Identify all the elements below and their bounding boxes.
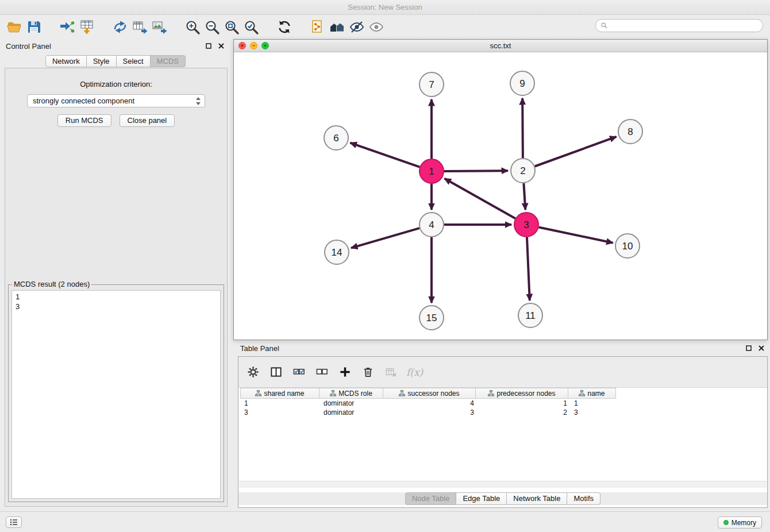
svg-text:8: 8: [627, 126, 633, 137]
column-header-MCDS-role[interactable]: MCDS role: [319, 388, 383, 399]
edge-1-2[interactable]: [444, 171, 508, 171]
svg-text:4: 4: [429, 219, 434, 230]
delete-column-button[interactable]: [360, 365, 375, 380]
save-session-button[interactable]: [24, 17, 44, 37]
zoom-in-button[interactable]: [183, 17, 202, 37]
network-graph[interactable]: 1234678910111415: [234, 52, 767, 340]
zoom-out-icon: [204, 19, 220, 35]
document-network-icon: [310, 19, 326, 35]
table-cell[interactable]: 3: [241, 408, 320, 417]
import-network-button[interactable]: [57, 17, 77, 37]
attribute-icon: [330, 390, 336, 396]
edge-3-1[interactable]: [445, 179, 515, 218]
select-all-columns-button[interactable]: [291, 365, 306, 380]
node-14[interactable]: 14: [325, 240, 349, 264]
node-15[interactable]: 15: [419, 306, 444, 330]
zoom-out-button[interactable]: [202, 17, 222, 37]
table-settings-button[interactable]: [245, 365, 260, 380]
column-header-name[interactable]: name: [568, 388, 616, 399]
tab-node-table[interactable]: Node Table: [405, 492, 457, 505]
memory-button[interactable]: Memory: [718, 516, 762, 529]
float-table-panel-button[interactable]: [745, 344, 753, 352]
edge-2-3[interactable]: [523, 183, 525, 210]
main-toolbar: [0, 16, 770, 38]
node-8[interactable]: 8: [618, 119, 642, 144]
export-table-button[interactable]: [130, 17, 149, 37]
table-cell[interactable]: 1: [241, 399, 320, 408]
node-1[interactable]: 1: [419, 159, 444, 183]
close-panel-action-button[interactable]: Close panel: [120, 114, 175, 127]
zoom-window-button[interactable]: [261, 42, 269, 49]
open-session-button[interactable]: [5, 17, 24, 37]
edge-2-8[interactable]: [535, 137, 617, 167]
table-panel-content: f(x) shared nameMCDS rolesuccessor nodes…: [238, 356, 768, 508]
zoom-fit-button[interactable]: [222, 17, 241, 37]
table-row[interactable]: 3dominator323: [241, 408, 767, 417]
table-cell[interactable]: 4: [384, 399, 478, 408]
tab-motifs[interactable]: Motifs: [567, 492, 600, 505]
first-neighbors-button[interactable]: [308, 17, 328, 37]
table-cell[interactable]: 3: [571, 408, 619, 417]
run-mcds-button[interactable]: Run MCDS: [57, 114, 111, 127]
zoom-in-icon: [184, 19, 201, 35]
close-table-panel-button[interactable]: [757, 344, 765, 352]
control-panel-title: Control Panel: [6, 42, 51, 51]
table-cell[interactable]: dominator: [320, 399, 384, 408]
clear-table-button[interactable]: [383, 365, 398, 380]
edge-4-14[interactable]: [351, 228, 419, 248]
column-header-shared-name[interactable]: shared name: [240, 388, 319, 399]
node-4[interactable]: 4: [419, 213, 444, 237]
column-header-successor-nodes[interactable]: successor nodes: [383, 388, 476, 399]
search-input[interactable]: [611, 22, 758, 30]
table-row[interactable]: 1dominator411: [241, 399, 767, 408]
edge-2-9[interactable]: [522, 98, 523, 158]
close-panel-button[interactable]: [217, 42, 225, 50]
tab-mcds[interactable]: MCDS: [150, 55, 186, 67]
criterion-dropdown[interactable]: strongly connected component: [27, 94, 205, 107]
node-6[interactable]: 6: [324, 126, 348, 150]
export-image-button[interactable]: [149, 17, 169, 37]
float-panel-button[interactable]: [205, 42, 213, 50]
edge-1-6[interactable]: [351, 143, 420, 167]
show-columns-button[interactable]: [268, 365, 283, 380]
table-horizontal-scrollbar[interactable]: [239, 481, 767, 488]
edge-3-10[interactable]: [539, 228, 613, 243]
export-network-button[interactable]: [110, 17, 130, 37]
tab-edge-table[interactable]: Edge Table: [456, 492, 507, 505]
panel-list-button[interactable]: [6, 516, 22, 528]
edge-3-11[interactable]: [527, 237, 530, 300]
apply-layout-button[interactable]: [275, 17, 294, 37]
table-cell[interactable]: dominator: [320, 408, 384, 417]
table-cell[interactable]: 2: [478, 408, 571, 417]
minimize-window-button[interactable]: [250, 42, 257, 49]
function-builder-button[interactable]: f(x): [406, 367, 423, 378]
node-11[interactable]: 11: [518, 303, 542, 327]
node-10[interactable]: 10: [615, 234, 640, 258]
column-header-predecessor-nodes[interactable]: predecessor nodes: [475, 388, 568, 399]
double-home-button[interactable]: [328, 17, 347, 37]
create-column-button[interactable]: [337, 365, 352, 380]
node-7[interactable]: 7: [419, 72, 444, 97]
node-9[interactable]: 9: [510, 71, 534, 95]
search-box[interactable]: [595, 19, 763, 32]
import-table-icon: [79, 19, 95, 35]
network-window-titlebar[interactable]: scc.txt: [234, 40, 767, 52]
application-window: Session: New Session: [0, 0, 770, 532]
show-details-button[interactable]: [367, 17, 386, 37]
node-2[interactable]: 2: [511, 159, 535, 183]
tab-select[interactable]: Select: [116, 55, 151, 67]
open-folder-icon: [6, 19, 22, 35]
import-table-button[interactable]: [77, 17, 97, 37]
deselect-all-columns-button[interactable]: [314, 365, 329, 380]
mcds-result-text[interactable]: 1 3: [11, 290, 221, 499]
node-3[interactable]: 3: [514, 213, 538, 237]
tab-network-table[interactable]: Network Table: [506, 492, 567, 505]
hide-details-button[interactable]: [347, 17, 367, 37]
table-cell[interactable]: 1: [478, 399, 571, 408]
tab-network[interactable]: Network: [45, 55, 87, 67]
table-cell[interactable]: 1: [571, 399, 619, 408]
table-cell[interactable]: 3: [384, 408, 478, 417]
tab-style[interactable]: Style: [86, 55, 117, 67]
zoom-selected-button[interactable]: [241, 17, 261, 37]
close-window-button[interactable]: [238, 42, 246, 49]
